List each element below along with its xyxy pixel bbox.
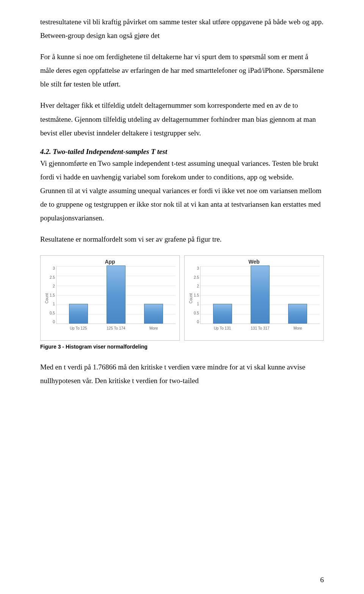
bar <box>107 266 126 324</box>
x-tick: Up To 125 <box>67 326 90 330</box>
chart-app: App Count 3 2.5 2 1.5 1 0.5 0 <box>40 255 180 341</box>
bars-container <box>201 266 320 324</box>
body-paragraph: Resultatene er normalfordelt som vi ser … <box>40 233 324 246</box>
body-paragraph: Vi gjennomførte en Two sample independen… <box>40 157 324 184</box>
body-paragraph: Hver deltager fikk et tilfeldig utdelt d… <box>40 99 324 140</box>
charts-row: App Count 3 2.5 2 1.5 1 0.5 0 <box>40 255 324 341</box>
x-axis-ticks: Up To 125 125 To 174 More <box>56 326 176 330</box>
y-tick: 2.5 <box>50 275 55 280</box>
x-tick: 131 To 317 <box>249 326 271 330</box>
bar <box>213 304 232 324</box>
x-tick: 125 To 174 <box>105 326 127 330</box>
y-tick: 3 <box>194 266 199 270</box>
section-heading: 4.2. Two-tailed Independent-samples T te… <box>40 148 324 156</box>
y-tick: 1.5 <box>50 293 55 297</box>
x-tick: More <box>286 326 309 330</box>
y-axis-label: Count <box>188 266 193 331</box>
bars-container <box>56 266 176 324</box>
chart-title: App <box>44 259 176 265</box>
bar <box>288 304 307 324</box>
body-paragraph: Grunnen til at vi valgte assuming unequa… <box>40 184 324 225</box>
chart-web: Web Count 3 2.5 2 1.5 1 0.5 0 <box>184 255 324 341</box>
plot-area: Up To 125 125 To 174 More <box>56 266 176 324</box>
chart-title: Web <box>188 259 320 265</box>
y-tick: 0.5 <box>50 311 55 315</box>
y-tick: 2 <box>194 284 199 288</box>
y-tick: 0 <box>50 320 55 324</box>
plot-area: Up To 131 131 To 317 More <box>200 266 320 324</box>
chart-body: Count 3 2.5 2 1.5 1 0.5 0 <box>44 266 176 331</box>
y-tick: 2.5 <box>194 275 199 280</box>
y-axis-ticks: 3 2.5 2 1.5 1 0.5 0 <box>49 266 56 331</box>
y-tick: 1 <box>194 302 199 306</box>
bar <box>69 304 88 324</box>
body-paragraph: Med en t verdi på 1.76866 må den kritisk… <box>40 360 324 388</box>
x-tick: Up To 131 <box>211 326 234 330</box>
y-axis-label: Count <box>44 266 49 331</box>
y-axis-ticks: 3 2.5 2 1.5 1 0.5 0 <box>193 266 200 331</box>
page-number: 6 <box>320 576 324 584</box>
y-tick: 0 <box>194 320 199 324</box>
chart-body: Count 3 2.5 2 1.5 1 0.5 0 <box>188 266 320 331</box>
y-tick: 2 <box>50 284 55 288</box>
figure-caption: Figure 3 - Histogram viser normalfordeli… <box>40 344 324 350</box>
y-tick: 0.5 <box>194 311 199 315</box>
body-paragraph: testresultatene vil bli kraftig påvirket… <box>40 15 324 42</box>
y-tick: 1 <box>50 302 55 306</box>
x-tick: More <box>142 326 165 330</box>
y-tick: 1.5 <box>194 293 199 297</box>
document-page: testresultatene vil bli kraftig påvirket… <box>0 0 364 594</box>
bar <box>251 266 270 324</box>
x-axis-ticks: Up To 131 131 To 317 More <box>201 326 320 330</box>
bar <box>144 304 163 324</box>
body-paragraph: For å kunne si noe om ferdighetene til d… <box>40 50 324 91</box>
y-tick: 3 <box>50 266 55 270</box>
